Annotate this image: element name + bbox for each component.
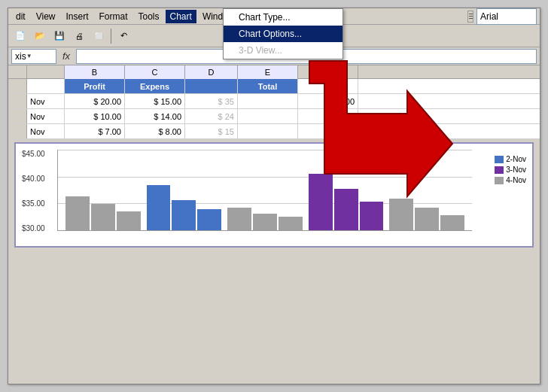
- bar-4-1: [309, 174, 333, 230]
- sheet-area: B C D E F Profit Expens Total Nov $ 2: [8, 65, 540, 139]
- legend-swatch-2: [495, 166, 504, 174]
- cell-3-e[interactable]: [238, 124, 298, 138]
- chart-options-item[interactable]: Chart Options...: [224, 26, 342, 42]
- cell-h-a[interactable]: [27, 79, 65, 93]
- y-label-4: $30.00: [22, 224, 45, 232]
- bar-4-2: [334, 189, 358, 230]
- cell-2-b[interactable]: $ 10.00: [65, 109, 125, 123]
- col-header-f: F: [298, 65, 358, 79]
- name-box[interactable]: xis ▼: [11, 49, 56, 64]
- name-box-value: xis: [15, 51, 26, 62]
- bar-2-1: [147, 185, 171, 230]
- cell-1-a[interactable]: Nov: [27, 94, 65, 108]
- chart-y-labels: $45.00 $40.00 $35.00 $30.00: [22, 150, 45, 232]
- bar-3-2: [253, 214, 277, 230]
- cell-1-e[interactable]: [238, 94, 298, 108]
- cell-3-f[interactable]: 00: [298, 124, 358, 138]
- bar-group-2: [147, 185, 222, 230]
- header-corner: [8, 65, 27, 78]
- cell-2-a[interactable]: Nov: [27, 109, 65, 123]
- cell-h-f[interactable]: [298, 79, 358, 93]
- row-num-2: [8, 109, 27, 123]
- chart-bars-area: [57, 150, 472, 231]
- menu-tools[interactable]: Tools: [134, 10, 164, 23]
- bar-4-3: [360, 202, 384, 230]
- menu-area: dit View Insert Format Tools Chart Windo…: [8, 8, 540, 25]
- header-row: Profit Expens Total: [8, 79, 540, 94]
- bar-2-3: [197, 209, 221, 230]
- bar-5-2: [415, 208, 439, 230]
- cell-2-c[interactable]: $ 14.00: [125, 109, 185, 123]
- chart-type-item[interactable]: Chart Type...: [224, 9, 342, 26]
- menu-format[interactable]: Format: [95, 10, 132, 23]
- cell-1-b[interactable]: $ 20.00: [65, 94, 125, 108]
- y-label-2: $40.00: [22, 175, 45, 183]
- legend-item-3: 4-Nov: [495, 176, 526, 184]
- col-header-a: [27, 65, 65, 79]
- cell-3-b[interactable]: $ 7.00: [65, 124, 125, 138]
- cell-h-d[interactable]: [185, 79, 238, 93]
- 3d-view-item[interactable]: 3-D View...: [224, 42, 342, 59]
- cell-h-b[interactable]: Profit: [65, 79, 125, 93]
- app-window: dit View Insert Format Tools Chart Windo…: [0, 0, 548, 392]
- bar-group-4: [309, 174, 384, 230]
- table-row-1: Nov $ 20.00 $ 15.00 $ 35 40.00: [8, 94, 540, 109]
- bar-3-3: [279, 217, 303, 230]
- row-num-3: [8, 124, 27, 138]
- bar-group-1: [65, 196, 141, 230]
- row-num-1: [8, 94, 27, 108]
- y-label-3: $35.00: [22, 199, 45, 208]
- menu-view[interactable]: View: [32, 10, 60, 23]
- cell-1-c[interactable]: $ 15.00: [125, 94, 185, 108]
- cell-2-d[interactable]: $ 24: [185, 109, 238, 123]
- row-num-h: [8, 79, 27, 93]
- fx-label: fx: [59, 50, 73, 62]
- bar-1-3: [117, 211, 141, 230]
- cell-3-a[interactable]: Nov: [27, 124, 65, 138]
- chart-legend: 2-Nov 3-Nov 4-Nov: [495, 155, 526, 184]
- cell-3-c[interactable]: $ 8.00: [125, 124, 185, 138]
- open-button[interactable]: 📂: [31, 27, 49, 45]
- sep1: [111, 29, 111, 44]
- legend-swatch-3: [495, 177, 504, 184]
- undo-button[interactable]: ↶: [114, 27, 132, 45]
- spreadsheet-window: dit View Insert Format Tools Chart Windo…: [8, 8, 540, 384]
- new-button[interactable]: 📄: [11, 27, 29, 45]
- col-headers: B C D E F: [8, 65, 540, 79]
- menu-insert[interactable]: Insert: [61, 10, 93, 23]
- col-header-c: C: [125, 65, 185, 79]
- bar-2-2: [172, 200, 196, 230]
- y-label-1: $45.00: [22, 150, 45, 158]
- save-button[interactable]: 💾: [50, 27, 68, 45]
- bar-group-3: [227, 208, 303, 230]
- bar-3-1: [227, 208, 251, 230]
- menu-edit[interactable]: dit: [11, 10, 30, 23]
- font-name-input[interactable]: [476, 8, 537, 25]
- legend-item-1: 2-Nov: [495, 155, 526, 163]
- legend-swatch-1: [495, 156, 504, 163]
- legend-label-1: 2-Nov: [506, 155, 526, 163]
- cell-h-e[interactable]: Total: [238, 79, 298, 93]
- cell-h-c[interactable]: Expens: [125, 79, 185, 93]
- table-row-3: Nov $ 7.00 $ 8.00 $ 15 00: [8, 124, 540, 139]
- bar-5-1: [389, 199, 413, 230]
- legend-item-2: 3-Nov: [495, 166, 526, 174]
- preview-button[interactable]: ⬜: [90, 27, 108, 45]
- col-header-d: D: [185, 65, 238, 79]
- name-box-arrow: ▼: [26, 53, 32, 59]
- cell-1-d[interactable]: $ 35: [185, 94, 238, 108]
- cell-1-f[interactable]: 40.00: [298, 94, 358, 108]
- menu-chart[interactable]: Chart: [166, 10, 196, 23]
- table-row-2: Nov $ 10.00 $ 14.00 $ 24 20.00: [8, 109, 540, 124]
- bar-group-5: [389, 199, 464, 230]
- col-header-b: B: [65, 65, 125, 79]
- cell-2-f[interactable]: 20.00: [298, 109, 358, 123]
- print-button[interactable]: 🖨: [70, 27, 88, 45]
- chart-dropdown: Chart Type... Chart Options... 3-D View.…: [223, 8, 343, 59]
- cell-2-e[interactable]: [238, 109, 298, 123]
- legend-label-2: 3-Nov: [506, 166, 526, 174]
- bar-1-1: [65, 196, 90, 230]
- chart-menu: Chart Type... Chart Options... 3-D View.…: [223, 8, 343, 59]
- col-header-e: E: [238, 65, 298, 79]
- cell-3-d[interactable]: $ 15: [185, 124, 238, 138]
